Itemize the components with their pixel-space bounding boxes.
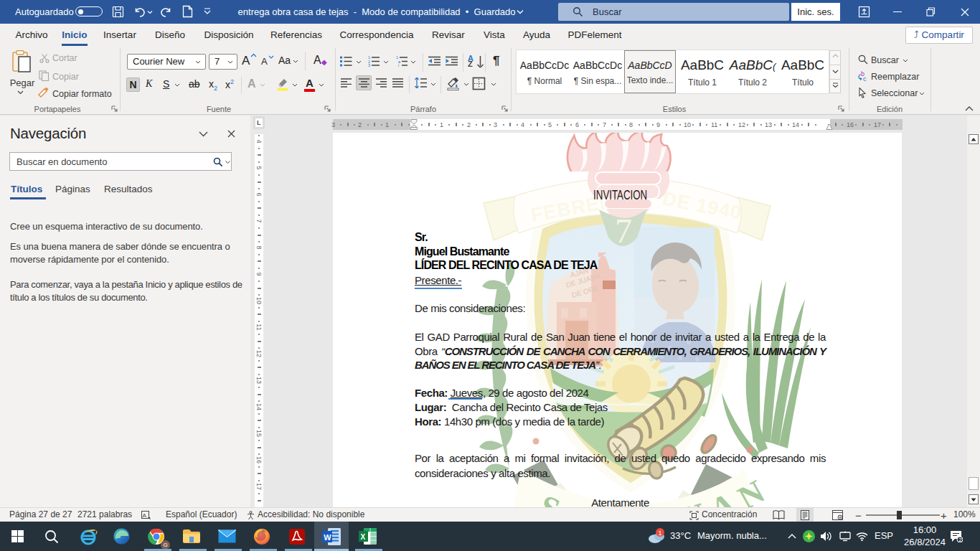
svg-text:i: i <box>398 63 399 67</box>
svg-text:c: c <box>863 75 867 82</box>
svg-text:A: A <box>143 512 147 519</box>
svg-text:X: X <box>360 533 365 541</box>
svg-text:2: 2 <box>958 537 962 542</box>
svg-text:W: W <box>324 532 331 541</box>
svg-text:1: 1 <box>659 529 662 537</box>
svg-text:3: 3 <box>368 63 370 67</box>
